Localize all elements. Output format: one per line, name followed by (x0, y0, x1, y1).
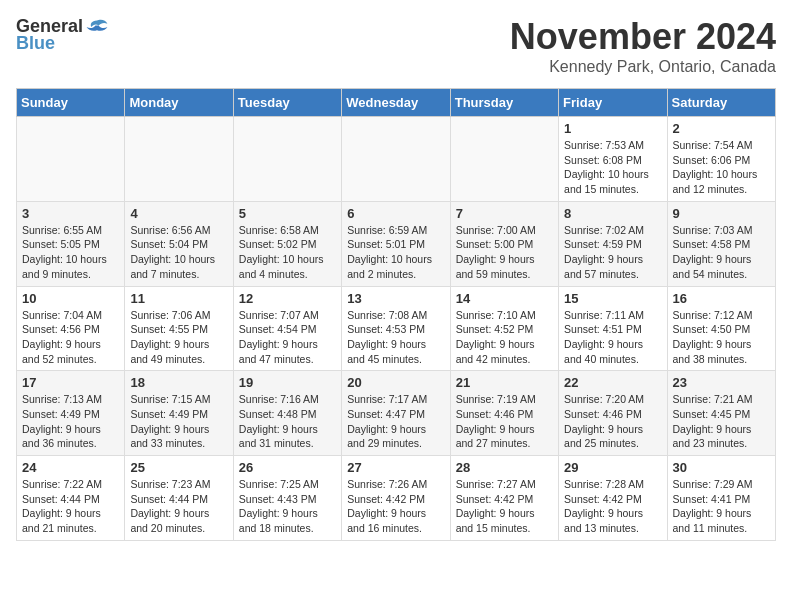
day-info: Sunrise: 7:23 AM Sunset: 4:44 PM Dayligh… (130, 477, 227, 536)
day-number: 20 (347, 375, 444, 390)
calendar-cell: 12Sunrise: 7:07 AM Sunset: 4:54 PM Dayli… (233, 286, 341, 371)
day-info: Sunrise: 7:03 AM Sunset: 4:58 PM Dayligh… (673, 223, 770, 282)
day-info: Sunrise: 7:26 AM Sunset: 4:42 PM Dayligh… (347, 477, 444, 536)
day-info: Sunrise: 6:59 AM Sunset: 5:01 PM Dayligh… (347, 223, 444, 282)
day-number: 3 (22, 206, 119, 221)
calendar-cell: 1Sunrise: 7:53 AM Sunset: 6:08 PM Daylig… (559, 117, 667, 202)
calendar-cell: 26Sunrise: 7:25 AM Sunset: 4:43 PM Dayli… (233, 456, 341, 541)
day-info: Sunrise: 7:20 AM Sunset: 4:46 PM Dayligh… (564, 392, 661, 451)
calendar-cell: 2Sunrise: 7:54 AM Sunset: 6:06 PM Daylig… (667, 117, 775, 202)
day-number: 15 (564, 291, 661, 306)
day-info: Sunrise: 7:08 AM Sunset: 4:53 PM Dayligh… (347, 308, 444, 367)
day-info: Sunrise: 7:17 AM Sunset: 4:47 PM Dayligh… (347, 392, 444, 451)
logo: General Blue (16, 16, 109, 54)
calendar-cell: 3Sunrise: 6:55 AM Sunset: 5:05 PM Daylig… (17, 201, 125, 286)
day-number: 16 (673, 291, 770, 306)
weekday-header-monday: Monday (125, 89, 233, 117)
calendar-cell: 8Sunrise: 7:02 AM Sunset: 4:59 PM Daylig… (559, 201, 667, 286)
day-info: Sunrise: 7:11 AM Sunset: 4:51 PM Dayligh… (564, 308, 661, 367)
day-number: 4 (130, 206, 227, 221)
day-number: 10 (22, 291, 119, 306)
day-info: Sunrise: 7:06 AM Sunset: 4:55 PM Dayligh… (130, 308, 227, 367)
calendar-cell: 30Sunrise: 7:29 AM Sunset: 4:41 PM Dayli… (667, 456, 775, 541)
calendar-cell: 24Sunrise: 7:22 AM Sunset: 4:44 PM Dayli… (17, 456, 125, 541)
day-info: Sunrise: 7:22 AM Sunset: 4:44 PM Dayligh… (22, 477, 119, 536)
day-number: 9 (673, 206, 770, 221)
header: General Blue November 2024 Kennedy Park,… (16, 16, 776, 76)
day-info: Sunrise: 7:27 AM Sunset: 4:42 PM Dayligh… (456, 477, 553, 536)
calendar-cell: 16Sunrise: 7:12 AM Sunset: 4:50 PM Dayli… (667, 286, 775, 371)
calendar-cell: 28Sunrise: 7:27 AM Sunset: 4:42 PM Dayli… (450, 456, 558, 541)
calendar-cell: 27Sunrise: 7:26 AM Sunset: 4:42 PM Dayli… (342, 456, 450, 541)
weekday-header-tuesday: Tuesday (233, 89, 341, 117)
day-number: 6 (347, 206, 444, 221)
day-info: Sunrise: 7:07 AM Sunset: 4:54 PM Dayligh… (239, 308, 336, 367)
calendar-cell: 22Sunrise: 7:20 AM Sunset: 4:46 PM Dayli… (559, 371, 667, 456)
day-info: Sunrise: 6:58 AM Sunset: 5:02 PM Dayligh… (239, 223, 336, 282)
calendar-cell (342, 117, 450, 202)
calendar-cell: 19Sunrise: 7:16 AM Sunset: 4:48 PM Dayli… (233, 371, 341, 456)
weekday-header-saturday: Saturday (667, 89, 775, 117)
calendar-cell: 6Sunrise: 6:59 AM Sunset: 5:01 PM Daylig… (342, 201, 450, 286)
day-number: 14 (456, 291, 553, 306)
calendar-cell: 23Sunrise: 7:21 AM Sunset: 4:45 PM Dayli… (667, 371, 775, 456)
day-number: 1 (564, 121, 661, 136)
weekday-header-friday: Friday (559, 89, 667, 117)
calendar-cell: 21Sunrise: 7:19 AM Sunset: 4:46 PM Dayli… (450, 371, 558, 456)
day-info: Sunrise: 7:53 AM Sunset: 6:08 PM Dayligh… (564, 138, 661, 197)
day-number: 2 (673, 121, 770, 136)
calendar-cell: 7Sunrise: 7:00 AM Sunset: 5:00 PM Daylig… (450, 201, 558, 286)
logo-blue: Blue (16, 33, 55, 54)
location-title: Kennedy Park, Ontario, Canada (510, 58, 776, 76)
calendar-cell: 11Sunrise: 7:06 AM Sunset: 4:55 PM Dayli… (125, 286, 233, 371)
day-info: Sunrise: 7:25 AM Sunset: 4:43 PM Dayligh… (239, 477, 336, 536)
day-number: 24 (22, 460, 119, 475)
calendar-table: SundayMondayTuesdayWednesdayThursdayFrid… (16, 88, 776, 541)
calendar-cell (125, 117, 233, 202)
day-number: 30 (673, 460, 770, 475)
month-title: November 2024 (510, 16, 776, 58)
title-area: November 2024 Kennedy Park, Ontario, Can… (510, 16, 776, 76)
week-row-4: 17Sunrise: 7:13 AM Sunset: 4:49 PM Dayli… (17, 371, 776, 456)
day-number: 29 (564, 460, 661, 475)
day-number: 11 (130, 291, 227, 306)
logo-bird-icon (85, 17, 109, 37)
day-number: 22 (564, 375, 661, 390)
day-info: Sunrise: 7:15 AM Sunset: 4:49 PM Dayligh… (130, 392, 227, 451)
calendar-cell: 5Sunrise: 6:58 AM Sunset: 5:02 PM Daylig… (233, 201, 341, 286)
day-info: Sunrise: 7:02 AM Sunset: 4:59 PM Dayligh… (564, 223, 661, 282)
day-number: 26 (239, 460, 336, 475)
calendar-cell: 15Sunrise: 7:11 AM Sunset: 4:51 PM Dayli… (559, 286, 667, 371)
day-info: Sunrise: 6:55 AM Sunset: 5:05 PM Dayligh… (22, 223, 119, 282)
day-info: Sunrise: 7:12 AM Sunset: 4:50 PM Dayligh… (673, 308, 770, 367)
day-info: Sunrise: 6:56 AM Sunset: 5:04 PM Dayligh… (130, 223, 227, 282)
calendar-cell: 18Sunrise: 7:15 AM Sunset: 4:49 PM Dayli… (125, 371, 233, 456)
calendar-cell: 20Sunrise: 7:17 AM Sunset: 4:47 PM Dayli… (342, 371, 450, 456)
day-info: Sunrise: 7:54 AM Sunset: 6:06 PM Dayligh… (673, 138, 770, 197)
day-info: Sunrise: 7:21 AM Sunset: 4:45 PM Dayligh… (673, 392, 770, 451)
day-number: 21 (456, 375, 553, 390)
day-number: 17 (22, 375, 119, 390)
calendar-cell: 29Sunrise: 7:28 AM Sunset: 4:42 PM Dayli… (559, 456, 667, 541)
calendar-cell (17, 117, 125, 202)
day-info: Sunrise: 7:16 AM Sunset: 4:48 PM Dayligh… (239, 392, 336, 451)
day-number: 18 (130, 375, 227, 390)
day-number: 28 (456, 460, 553, 475)
day-number: 25 (130, 460, 227, 475)
day-number: 12 (239, 291, 336, 306)
calendar-cell: 10Sunrise: 7:04 AM Sunset: 4:56 PM Dayli… (17, 286, 125, 371)
week-row-1: 1Sunrise: 7:53 AM Sunset: 6:08 PM Daylig… (17, 117, 776, 202)
day-number: 13 (347, 291, 444, 306)
calendar-cell (233, 117, 341, 202)
day-info: Sunrise: 7:00 AM Sunset: 5:00 PM Dayligh… (456, 223, 553, 282)
week-row-5: 24Sunrise: 7:22 AM Sunset: 4:44 PM Dayli… (17, 456, 776, 541)
day-info: Sunrise: 7:19 AM Sunset: 4:46 PM Dayligh… (456, 392, 553, 451)
day-number: 27 (347, 460, 444, 475)
week-row-3: 10Sunrise: 7:04 AM Sunset: 4:56 PM Dayli… (17, 286, 776, 371)
weekday-header-thursday: Thursday (450, 89, 558, 117)
calendar-cell: 17Sunrise: 7:13 AM Sunset: 4:49 PM Dayli… (17, 371, 125, 456)
calendar-cell (450, 117, 558, 202)
weekday-header-sunday: Sunday (17, 89, 125, 117)
day-number: 8 (564, 206, 661, 221)
day-info: Sunrise: 7:04 AM Sunset: 4:56 PM Dayligh… (22, 308, 119, 367)
